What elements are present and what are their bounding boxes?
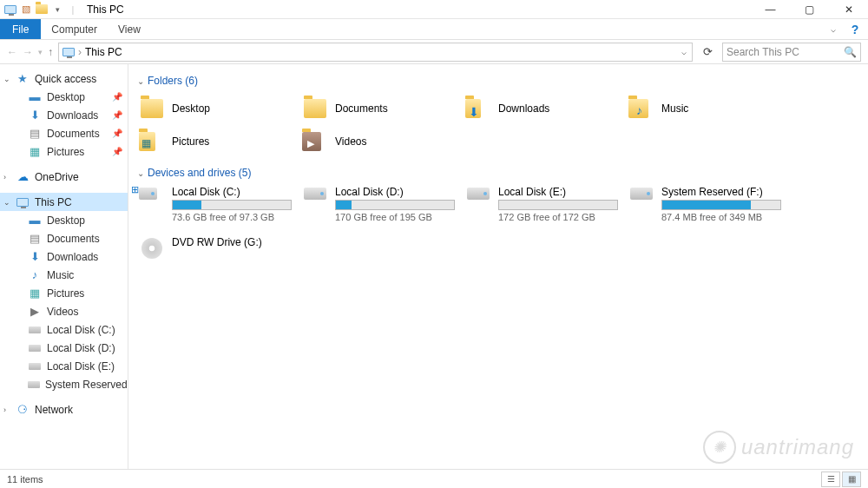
pictures-icon: ▦ [28, 145, 42, 158]
drive-f[interactable]: System Reserved (F:)87.4 MB free of 349 … [627, 184, 783, 224]
drive-d[interactable]: Local Disk (D:)170 GB free of 195 GB [300, 184, 457, 224]
nav-desktop[interactable]: ▬Desktop📌 [0, 88, 128, 106]
nav-local-disk-e[interactable]: Local Disk (E:) [0, 357, 128, 375]
nav-system-reserved[interactable]: System Reserved (F:) [0, 375, 128, 393]
downloads-icon: ⬇ [28, 250, 42, 263]
breadcrumb-sep-icon: › [76, 46, 83, 58]
drive-icon [628, 186, 654, 215]
nav-pc-desktop[interactable]: ▬Desktop [0, 211, 128, 229]
pin-icon: 📌 [112, 92, 122, 102]
capacity-fill [336, 201, 352, 209]
nav-label: Network [35, 404, 73, 416]
folder-documents[interactable]: Documents [300, 92, 457, 125]
folder-desktop[interactable]: Desktop [137, 92, 293, 125]
status-bar: 11 items ☰ ▦ [0, 469, 868, 488]
nav-this-pc[interactable]: ⌄ This PC [0, 193, 128, 211]
nav-pc-videos[interactable]: ▶Videos [0, 302, 128, 320]
chevron-down-icon[interactable]: ⌄ [3, 198, 10, 207]
drive-e[interactable]: Local Disk (E:)172 GB free of 172 GB [464, 184, 620, 224]
up-button[interactable]: ↑ [48, 46, 53, 58]
recent-locations-icon[interactable]: ▾ [38, 48, 43, 56]
location-icon [61, 45, 76, 59]
folder-icon: ♪ [628, 96, 654, 121]
folder-icon [302, 96, 328, 121]
folder-music[interactable]: ♪Music [627, 92, 783, 125]
chevron-down-icon: ⌄ [137, 76, 144, 86]
nav-onedrive[interactable]: › ☁ OneDrive [0, 168, 128, 186]
qat-customize-icon[interactable]: ▾ [50, 3, 64, 16]
chevron-down-icon: ⌄ [137, 168, 144, 178]
chevron-right-icon[interactable]: › [3, 173, 6, 181]
chevron-down-icon[interactable]: ⌄ [3, 75, 10, 83]
titlebar: ▧ ▾ | This PC — ▢ ✕ [0, 0, 868, 19]
breadcrumb[interactable]: This PC [83, 46, 122, 58]
folder-icon: ▶ [302, 129, 328, 154]
documents-icon: ▤ [28, 127, 42, 140]
file-tab[interactable]: File [0, 19, 41, 39]
search-placeholder: Search This PC [727, 46, 799, 58]
drive-icon [28, 345, 42, 352]
capacity-bar [335, 200, 455, 210]
details-view-button[interactable]: ☰ [821, 472, 840, 487]
nav-label: OneDrive [35, 171, 79, 183]
nav-local-disk-d[interactable]: Local Disk (D:) [0, 339, 128, 357]
forward-button[interactable]: → [23, 46, 33, 58]
folder-icon [139, 96, 165, 121]
folder-videos[interactable]: ▶Videos [300, 125, 457, 158]
downloads-icon: ⬇ [28, 109, 42, 122]
nav-pc-music[interactable]: ♪Music [0, 266, 128, 284]
navigation-pane: ⌄ ★ Quick access ▬Desktop📌 ⬇Downloads📌 ▤… [0, 64, 128, 469]
nav-label: This PC [35, 196, 72, 208]
app-icon [3, 3, 17, 16]
chevron-right-icon[interactable]: › [3, 406, 6, 414]
ribbon-collapse-icon[interactable]: ⌵ [825, 19, 842, 39]
nav-local-disk-c[interactable]: Local Disk (C:) [0, 320, 128, 339]
pin-icon: 📌 [112, 147, 122, 156]
capacity-bar [661, 200, 781, 210]
workspace: ⌄ ★ Quick access ▬Desktop📌 ⬇Downloads📌 ▤… [0, 64, 868, 469]
back-button[interactable]: ← [7, 46, 17, 58]
nav-pc-pictures[interactable]: ▦Pictures [0, 284, 128, 302]
nav-pc-documents[interactable]: ▤Documents [0, 229, 128, 247]
pin-icon: 📌 [112, 129, 122, 138]
window-controls: — ▢ ✕ [751, 0, 868, 19]
close-button[interactable]: ✕ [829, 0, 868, 19]
folder-pictures[interactable]: ▦Pictures [137, 125, 293, 158]
music-icon: ♪ [28, 268, 42, 281]
documents-icon: ▤ [28, 232, 42, 245]
folders-group-header[interactable]: ⌄ Folders (6) [137, 75, 859, 87]
minimize-button[interactable]: — [751, 0, 790, 19]
drive-c[interactable]: ⊞ Local Disk (C:)73.6 GB free of 97.3 GB [137, 184, 293, 224]
videos-icon: ▶ [28, 305, 42, 318]
folder-downloads[interactable]: ⬇Downloads [464, 92, 620, 125]
disc-icon [139, 236, 165, 266]
computer-tab[interactable]: Computer [41, 19, 108, 39]
drive-dvd[interactable]: DVD RW Drive (G:) [137, 234, 293, 267]
address-dropdown-icon[interactable]: ⌵ [678, 47, 690, 56]
refresh-button[interactable]: ⟳ [698, 45, 717, 58]
qat-new-folder-icon[interactable] [35, 3, 49, 16]
computer-icon [16, 198, 30, 207]
nav-network[interactable]: › ⚆ Network [0, 400, 128, 419]
tiles-view-button[interactable]: ▦ [842, 472, 861, 487]
nav-pc-downloads[interactable]: ⬇Downloads [0, 247, 128, 266]
drive-icon: ⊞ [139, 186, 165, 215]
view-tab[interactable]: View [108, 19, 151, 39]
nav-downloads[interactable]: ⬇Downloads📌 [0, 106, 128, 124]
network-icon: ⚆ [16, 403, 30, 416]
window-title: This PC [87, 3, 124, 16]
maximize-button[interactable]: ▢ [790, 0, 829, 19]
drives-group-header[interactable]: ⌄ Devices and drives (5) [137, 167, 859, 179]
nav-quick-access[interactable]: ⌄ ★ Quick access [0, 69, 128, 88]
quick-access-toolbar: ▧ ▾ | [0, 3, 80, 16]
view-toggle: ☰ ▦ [821, 472, 861, 487]
drives-grid: ⊞ Local Disk (C:)73.6 GB free of 97.3 GB… [137, 184, 859, 278]
nav-documents[interactable]: ▤Documents📌 [0, 124, 128, 142]
address-bar[interactable]: › This PC ⌵ [58, 43, 693, 62]
search-input[interactable]: Search This PC 🔍 [722, 43, 861, 62]
capacity-fill [173, 201, 201, 209]
drive-icon [28, 363, 42, 370]
qat-properties-icon[interactable]: ▧ [19, 3, 33, 16]
help-icon[interactable]: ? [842, 19, 868, 39]
nav-pictures[interactable]: ▦Pictures📌 [0, 142, 128, 161]
